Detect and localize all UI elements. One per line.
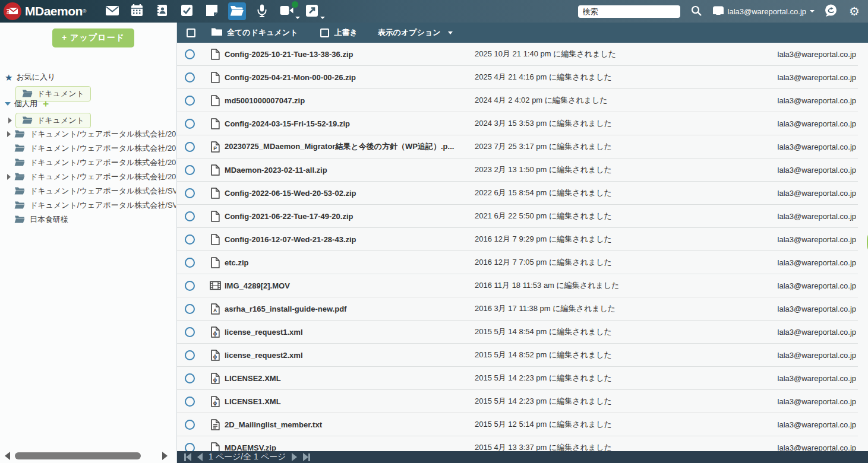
row-select-radio[interactable] [185, 188, 195, 198]
file-name[interactable]: Config-2025-04-21-Mon-00-00-26.zip [225, 73, 475, 82]
row-select-radio[interactable] [185, 96, 195, 106]
row-select-radio[interactable] [185, 211, 195, 221]
row-select-radio[interactable] [185, 373, 195, 383]
nav-compose-button[interactable] [303, 2, 321, 20]
table-row[interactable]: ϕ license_request1.xml 2015 5月 14 8:54 p… [177, 321, 858, 344]
file-name[interactable]: Config-2024-03-15-Fri-15-52-19.zip [225, 119, 475, 128]
sidebar-folder-item[interactable]: ドキュメント/ウェアポータル株式会社/2015 [0, 127, 176, 141]
file-name[interactable]: MDaemon-2023-02-11-all.zip [225, 166, 475, 175]
file-name[interactable]: LICENSE1.XML [225, 397, 475, 406]
video-icon [280, 5, 294, 17]
app-logo[interactable]: MDaemon ® [4, 2, 87, 20]
sidebar-horizontal-scrollbar[interactable] [0, 451, 176, 461]
account-menu[interactable]: lala3@wareportal.co.jp [712, 6, 815, 17]
table-row[interactable]: P 20230725_MDaemon_Migrator結果と今後の方針（WP追記… [177, 135, 858, 158]
row-select-radio[interactable] [185, 258, 195, 268]
table-row[interactable]: etc.zip 2016 12月 7 7:05 pm に編集されました lala… [177, 251, 858, 274]
sidebar-folder-item[interactable]: ドキュメント/ウェアポータル株式会社/2015 [0, 141, 176, 156]
file-name[interactable]: asrha_r165_install-guide-new.pdf [225, 305, 475, 313]
row-select-radio[interactable] [185, 304, 195, 314]
view-options-dropdown[interactable]: 表示のオプション [378, 27, 453, 38]
sidebar-folder-item[interactable]: 日本食研様 [0, 213, 176, 227]
nav-video-button[interactable] [278, 2, 296, 20]
file-name[interactable]: 20230725_MDaemon_Migrator結果と今後の方針（WP追記）.… [225, 141, 475, 152]
file-name[interactable]: MDAEMSV.zip [225, 443, 475, 452]
table-row[interactable]: Config-2022-06-15-Wed-20-53-02.zip 2022 … [177, 182, 858, 205]
row-select-radio[interactable] [185, 327, 195, 337]
file-name[interactable]: IMG_4289[2].MOV [225, 281, 475, 290]
table-row[interactable]: ϕ LICENSE2.XML 2015 5月 14 2:23 pm に編集されま… [177, 367, 858, 390]
scroll-right-arrow-icon[interactable] [162, 452, 168, 460]
table-row[interactable]: md5001000007047.zip 2024 4月 2 4:02 pm に編… [177, 89, 858, 112]
sidebar-folder-item[interactable]: ドキュメント/ウェアポータル株式会社/2015 [0, 156, 176, 170]
table-row[interactable]: Config-2025-10-21-Tue-13-38-36.zip 2025 … [177, 43, 858, 66]
select-all-checkbox[interactable] [187, 28, 195, 37]
overwrite-option[interactable]: 上書き [320, 27, 357, 38]
sidebar-folder-item[interactable]: ドキュメント/ウェアポータル株式会社/SV1 [0, 184, 176, 198]
nav-tasks-button[interactable] [178, 2, 196, 20]
table-row[interactable]: MDaemon-2023-02-11-all.zip 2023 2月 13 1:… [177, 158, 858, 182]
favorites-header[interactable]: ★ お気に入り [0, 71, 176, 83]
overwrite-checkbox[interactable] [320, 28, 329, 37]
personal-header[interactable]: 個人用 ＋ [0, 98, 176, 110]
nav-mail-button[interactable] [103, 2, 121, 20]
row-select-radio[interactable] [185, 72, 195, 83]
nav-notes-button[interactable] [203, 2, 221, 20]
table-row[interactable]: 2D_Mailinglist_member.txt 2015 5月 12 5:1… [177, 413, 858, 436]
table-row[interactable]: IMG_4289[2].MOV 2016 11月 18 11:53 am に編集… [177, 274, 858, 297]
nav-calendar-button[interactable] [128, 2, 146, 20]
table-row[interactable]: A asrha_r165_install-guide-new.pdf 2016 … [177, 297, 858, 321]
chat-button[interactable] [823, 4, 838, 19]
row-select-radio[interactable] [185, 142, 195, 152]
table-row[interactable]: Config-2025-04-21-Mon-00-00-26.zip 2025 … [177, 66, 858, 89]
zip-file-icon [208, 49, 222, 60]
next-page-button[interactable] [292, 453, 297, 461]
previous-page-button[interactable] [197, 453, 203, 461]
table-row[interactable]: Config-2021-06-22-Tue-17-49-20.zip 2021 … [177, 205, 858, 228]
table-row[interactable]: Config-2016-12-07-Wed-21-28-43.zip 2016 … [177, 228, 858, 251]
file-name[interactable]: md5001000007047.zip [225, 96, 475, 105]
file-name[interactable]: license_request1.xml [225, 328, 475, 337]
file-name[interactable]: Config-2016-12-07-Wed-21-28-43.zip [225, 235, 475, 244]
row-select-radio[interactable] [185, 443, 195, 452]
settings-button[interactable]: ⚙ [847, 4, 862, 19]
nav-contacts-button[interactable] [153, 2, 171, 20]
file-modified-date: 2015 5月 14 2:23 pm に編集されました [475, 396, 748, 407]
xml-file-icon: ϕ [208, 373, 222, 384]
table-row[interactable]: Config-2024-03-15-Fri-15-52-19.zip 2024 … [177, 112, 858, 135]
favorites-label: お気に入り [16, 72, 55, 83]
file-name[interactable]: license_request2.xml [225, 351, 475, 360]
star-icon: ★ [5, 73, 12, 82]
file-name[interactable]: etc.zip [225, 258, 475, 267]
file-name[interactable]: Config-2021-06-22-Tue-17-49-20.zip [225, 212, 475, 221]
add-folder-icon[interactable]: ＋ [41, 99, 50, 109]
sidebar-folder-item[interactable]: ドキュメント/ウェアポータル株式会社/2015 [0, 170, 176, 184]
row-select-radio[interactable] [185, 281, 195, 291]
file-name[interactable]: Config-2022-06-15-Wed-20-53-02.zip [225, 189, 475, 198]
scroll-left-arrow-icon[interactable] [5, 452, 10, 460]
personal-item-documents[interactable]: ドキュメント [8, 113, 176, 128]
file-name[interactable]: Config-2025-10-21-Tue-13-38-36.zip [225, 50, 475, 59]
row-select-radio[interactable] [185, 420, 195, 430]
row-select-radio[interactable] [185, 49, 195, 59]
sidebar-folder-item[interactable]: ドキュメント/ウェアポータル株式会社/SV2 [0, 198, 176, 213]
last-page-button[interactable] [303, 453, 310, 461]
table-row[interactable]: MDAEMSV.zip 2015 4月 13 3:37 pm に編集されました … [177, 436, 858, 451]
row-select-radio[interactable] [185, 397, 195, 407]
horizontal-scrollbar-thumb[interactable] [15, 452, 141, 459]
nav-documents-button[interactable] [228, 2, 246, 20]
row-select-radio[interactable] [185, 165, 195, 175]
table-row[interactable]: ϕ LICENSE1.XML 2015 5月 14 2:23 pm に編集されま… [177, 390, 858, 413]
file-name[interactable]: LICENSE2.XML [225, 374, 475, 383]
row-select-radio[interactable] [185, 350, 195, 360]
row-select-radio[interactable] [185, 234, 195, 245]
file-name[interactable]: 2D_Mailinglist_member.txt [225, 420, 475, 429]
table-row[interactable]: ϕ license_request2.xml 2015 5月 14 8:52 p… [177, 344, 858, 367]
first-page-button[interactable] [184, 453, 191, 461]
all-documents-dropdown[interactable]: 全てのドキュメント [211, 27, 298, 38]
nav-voice-button[interactable] [253, 2, 271, 20]
search-button[interactable] [689, 4, 704, 19]
row-select-radio[interactable] [185, 119, 195, 129]
upload-button[interactable]: + アップロード [52, 28, 134, 47]
search-input[interactable] [578, 5, 680, 18]
